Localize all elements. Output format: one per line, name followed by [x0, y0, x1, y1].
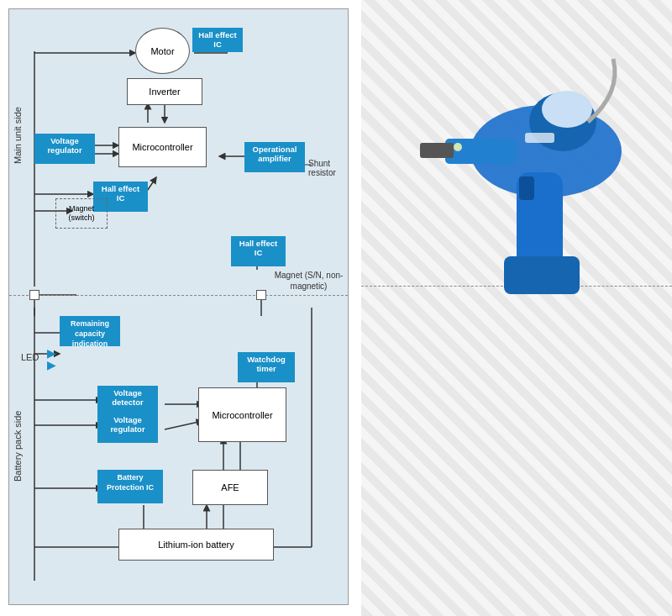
right-panel [361, 0, 672, 616]
voltage-regulator-main-chip: Voltage regulator [34, 134, 95, 164]
watchdog-timer-chip: Watchdog timer [238, 352, 295, 382]
hall-effect-ic-battery-chip: Hall effect IC [231, 236, 286, 266]
afe-box: AFE [192, 470, 268, 505]
led-label: LED [21, 352, 39, 362]
drill-image [395, 42, 647, 361]
remaining-capacity-chip: Remaining capacity indication [60, 316, 120, 346]
diagram-area: Main unit side Battery pack side Motor H… [8, 8, 349, 605]
main-unit-side-label: Main unit side [13, 51, 23, 219]
inverter-box: Inverter [127, 78, 202, 105]
microcontroller-battery-box: Microcontroller [198, 387, 286, 442]
shunt-resistor-label: Shunt resistor [308, 159, 348, 177]
left-connector-square [29, 290, 39, 300]
led-arrows: ▶▶ [47, 347, 56, 371]
svg-rect-38 [504, 256, 580, 294]
magnet-switch-box: Magnet (switch) [55, 198, 108, 229]
svg-line-14 [165, 421, 202, 429]
lithium-ion-battery-box: Lithium-ion battery [118, 529, 274, 561]
magnet-battery-label: Magnet (S/N, non-magnetic) [270, 270, 348, 292]
voltage-detector-chip: Voltage detector [97, 386, 158, 416]
microcontroller-main-box: Microcontroller [118, 127, 207, 167]
right-connector-square [256, 290, 266, 300]
left-panel: Main unit side Battery pack side Motor H… [0, 0, 361, 616]
voltage-regulator-battery-chip: Voltage regulator [97, 413, 158, 443]
svg-rect-44 [525, 133, 554, 143]
svg-rect-40 [420, 143, 454, 158]
battery-pack-side-label: Battery pack side [13, 329, 23, 564]
svg-point-42 [542, 91, 592, 128]
operational-amplifier-chip: Operational amplifier [244, 142, 305, 172]
battery-protection-ic-chip: Battery Protection IC [97, 470, 163, 503]
divider-line [9, 295, 348, 296]
svg-point-45 [454, 143, 462, 151]
hall-effect-ic-motor: Hall effect IC [192, 28, 243, 52]
motor-circle: Motor [135, 28, 190, 74]
svg-rect-39 [445, 139, 517, 164]
svg-rect-43 [519, 176, 534, 200]
